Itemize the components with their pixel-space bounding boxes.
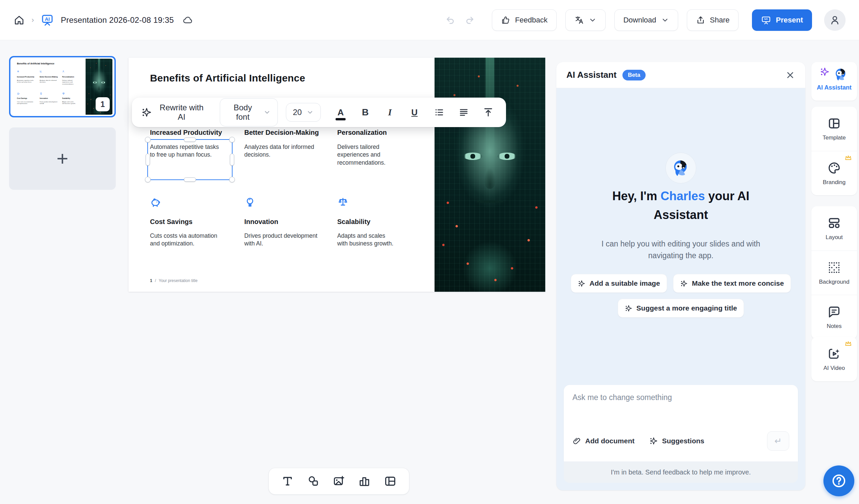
insert-chart-button[interactable] [358,475,371,488]
profile-avatar[interactable] [824,10,846,31]
text-selection-box[interactable] [147,139,232,180]
scales-icon[interactable] [337,196,422,208]
insert-shape-button[interactable] [307,475,320,488]
rail-group-video: AI Video [811,337,857,381]
share-icon [696,15,705,25]
vertical-align-top-button[interactable] [480,103,497,122]
present-button[interactable]: Present [752,10,812,31]
chevron-down-icon [589,16,597,24]
text-color-button[interactable]: A [332,103,349,122]
ai-panel-title: AI Assistant [567,70,616,80]
chip-concise-text[interactable]: Make the text more concise [673,274,791,293]
slide-canvas[interactable]: Benefits of Artificial Intelligence Incr… [129,58,545,292]
top-bar: › Presentation 2026-02-08 19:35 Feedback… [0,0,859,40]
parrot-icon [833,67,848,82]
assistant-description: I can help you with editing your slides … [584,238,778,261]
download-button[interactable]: Download [614,10,678,31]
assistant-name: Charles [661,189,705,203]
rail-item-background[interactable]: Background [811,251,857,295]
resize-handle-top-left[interactable] [145,137,151,142]
benefit-heading[interactable]: Better Decision-Making [244,129,329,137]
resize-handle-bottom-right[interactable] [229,177,235,183]
benefit-heading[interactable]: Cost Savings [150,218,235,226]
chevron-down-icon [263,109,271,116]
send-prompt-button[interactable]: ↵ [767,431,789,451]
enter-icon: ↵ [774,436,782,446]
feedback-button[interactable]: Feedback [492,10,557,31]
redo-button[interactable] [464,15,475,26]
notes-icon [827,305,841,319]
resize-handle-bottom-left[interactable] [145,177,151,183]
gear-icon [17,70,37,73]
rail-group-slide: Layout Background Notes [811,206,857,339]
chevron-down-icon [306,109,314,116]
chip-add-image[interactable]: Add a suitable image [571,274,667,293]
underline-button[interactable]: U [406,103,423,122]
resize-handle-left[interactable] [146,154,150,166]
piggy-bank-icon[interactable] [150,196,235,208]
italic-button[interactable]: I [381,103,398,122]
bullet-list-button[interactable] [431,103,447,122]
chip-engaging-title[interactable]: Suggest a more engaging title [618,299,744,318]
ai-assistant-panel: AI Assistant Beta Hey, I'm Charles your … [556,62,805,490]
benefit-body[interactable]: Adapts and scales with business growth. [337,232,397,248]
benefit-body[interactable]: Cuts costs via automation and optimizati… [150,232,223,248]
align-button[interactable] [455,103,472,122]
home-button[interactable] [13,14,25,26]
bold-button[interactable]: B [357,103,374,122]
rail-item-layout[interactable]: Layout [811,206,857,251]
rail-item-template[interactable]: Template [811,107,857,151]
benefit-heading[interactable]: Personalization [337,129,422,137]
rail-item-ai-video[interactable]: AI Video [811,337,857,381]
cloud-sync-icon [183,15,193,26]
document-title[interactable]: Presentation 2026-02-08 19:35 [61,15,174,25]
resize-handle-bottom[interactable] [184,177,196,182]
image-mouth [477,201,503,203]
slide-title[interactable]: Benefits of Artificial Intelligence [150,73,305,84]
font-size-select[interactable]: 20 [286,103,321,122]
benefit-heading[interactable]: Scalability [337,218,422,226]
translate-icon [574,15,584,25]
share-button[interactable]: Share [687,10,739,31]
rail-item-ai-assistant[interactable]: AI Assistant [811,62,857,100]
template-icon [827,116,841,130]
insert-text-button[interactable] [281,475,294,488]
rail-item-notes[interactable]: Notes [811,295,857,339]
assistant-prompt-input[interactable] [572,393,789,430]
sparkle-icon [141,107,152,118]
plus-icon: + [56,148,68,169]
benefit-body[interactable]: Delivers tailored experiences and recomm… [337,143,397,167]
help-button[interactable] [824,466,854,496]
font-family-select[interactable]: Body font [220,98,277,126]
add-document-button[interactable]: Add document [572,437,634,445]
suggestions-button[interactable]: Suggestions [649,437,704,445]
resize-handle-top-right[interactable] [229,137,235,142]
chevron-down-icon [661,16,669,24]
add-slide-button[interactable]: + [9,127,116,190]
beta-badge: Beta [622,70,646,80]
benefit-heading[interactable]: Innovation [244,218,329,226]
layout-icon [827,216,841,230]
undo-button[interactable] [445,15,456,26]
translate-button[interactable] [566,10,606,31]
resize-handle-right[interactable] [230,154,234,166]
palette-icon [827,161,841,175]
insert-image-button[interactable] [333,475,345,488]
breadcrumb-chevron-icon: › [32,16,34,25]
dots-grid-icon [827,261,841,274]
benefit-body[interactable]: Analyzes data for informed decisions. [244,143,319,159]
slide-image[interactable] [435,58,545,292]
benefit-body[interactable]: Drives product development with AI. [244,232,319,248]
lightbulb-icon[interactable] [244,196,329,208]
rail-item-branding[interactable]: Branding [811,151,857,195]
resize-handle-top[interactable] [184,138,196,142]
insert-table-button[interactable] [384,475,397,488]
chart-icon [40,70,60,73]
rewrite-with-ai-button[interactable]: Rewrite with AI [141,103,206,122]
benefit-heading[interactable]: Increased Productivity [150,129,235,137]
slide-footer: 1 / Your presentation title [150,278,198,283]
sparkle-icon [680,280,688,287]
close-icon[interactable] [785,70,795,80]
slide-thumbnail-1[interactable]: Benefits of Artificial Intelligence Incr… [9,56,116,117]
prompt-card: Add document Suggestions ↵ [564,385,798,461]
